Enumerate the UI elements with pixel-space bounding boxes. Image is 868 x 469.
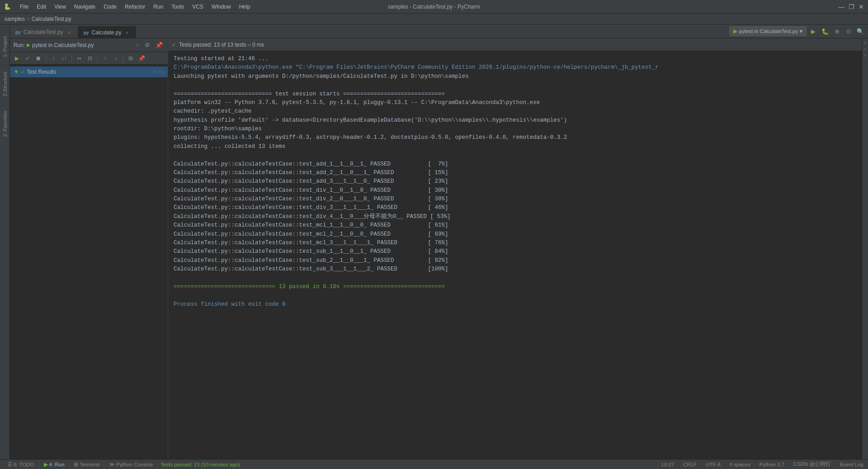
output-line: CalculateTest.py::calculateTestCase::tes…: [174, 230, 856, 239]
tab-close-1[interactable]: ✕: [66, 29, 72, 35]
output-line: hypothesis profile 'default' -> database…: [174, 116, 856, 125]
breadcrumb: samples > CalculateTest.py: [0, 14, 868, 24]
py-icon-1: py: [15, 30, 21, 35]
menu-refactor[interactable]: Refactor: [121, 3, 149, 11]
terminal-icon: ⊞: [74, 461, 78, 468]
bottom-tab-todo[interactable]: ☰ 6: TODO: [3, 460, 39, 469]
output-line: CalculateTest.py::calculateTestCase::tes…: [174, 204, 856, 212]
todo-icon: ☰: [7, 461, 12, 468]
run-check-button[interactable]: ✓: [23, 53, 33, 63]
bottom-tab-python-console[interactable]: ≫ Python Console: [104, 460, 158, 469]
menu-help[interactable]: Help: [236, 3, 254, 11]
output-line: [174, 81, 856, 90]
right-btn-1[interactable]: ⚙: [863, 40, 868, 46]
close-button[interactable]: ✕: [858, 4, 864, 10]
vtab-favorites[interactable]: 2: Favorites: [1, 108, 9, 139]
sort-tests-button[interactable]: ↕: [48, 53, 58, 63]
bottom-encoding[interactable]: UTF-8: [704, 462, 722, 467]
minimize-button[interactable]: —: [838, 4, 844, 10]
bottom-python-version[interactable]: Python 3.7: [758, 462, 786, 467]
menu-run[interactable]: Run: [150, 3, 167, 11]
output-line: CalculateTest.py::calculateTestCase::tes…: [174, 265, 856, 274]
profile-button[interactable]: ⊙: [844, 26, 854, 36]
output-line: C:\ProgramData\Anaconda3\python.exe "C:\…: [174, 63, 856, 72]
next-failed-button[interactable]: ↓: [111, 53, 121, 63]
test-results-label: Test Results: [27, 69, 56, 75]
prev-failed-button[interactable]: ↑: [100, 53, 110, 63]
rerun-button[interactable]: ▶: [12, 53, 22, 63]
coverage-button[interactable]: ⊕: [832, 26, 842, 36]
vtab-structure[interactable]: Z-Structure: [1, 69, 9, 99]
tab-close-2[interactable]: ✕: [124, 29, 130, 36]
tab-calculate-test[interactable]: py CalculateTest.py ✕: [10, 26, 78, 38]
output-line: CalculateTest.py::calculateTestCase::tes…: [174, 195, 856, 204]
bottom-crlf[interactable]: CRLF: [681, 462, 698, 467]
bottom-tab-run[interactable]: ▶ 4: Run: [39, 460, 70, 469]
menu-tools[interactable]: Tools: [168, 3, 188, 11]
run-settings-button[interactable]: ⚙: [142, 40, 152, 50]
bottom-time[interactable]: 10:27: [659, 462, 676, 467]
breadcrumb-sep1: >: [27, 16, 30, 22]
output-content[interactable]: Testing started at 21:46 ...C:\ProgramDa…: [168, 51, 862, 459]
output-line: Testing started at 21:46 ...: [174, 55, 856, 63]
window-title: samples - CalculateTest.py - PyCharm: [388, 4, 480, 10]
run-close-button[interactable]: ✕: [134, 42, 141, 48]
output-status-text: Tests passed: 13 of 13 tests – 0 ms: [179, 42, 264, 48]
divider-4: [123, 54, 123, 62]
search-everywhere-button[interactable]: 🔍: [855, 26, 865, 36]
output-line: [174, 291, 856, 300]
output-line: plugins: hypothesis-5.5.4, arraydiff-0.3…: [174, 133, 856, 142]
collapse-all-button[interactable]: ⊟: [85, 53, 95, 63]
tab-calculate[interactable]: py Calculate.py ✕: [78, 26, 137, 38]
output-line: ============================== 13 passed…: [174, 283, 856, 291]
run-tool-buttons: ▶ ✓ ⏹ ↕ ↓↑ ⇔ ⊟ ↑ ↓ ⊞ 📌: [10, 52, 168, 65]
breadcrumb-samples[interactable]: samples: [5, 16, 25, 22]
test-results-check: ✓: [21, 69, 25, 75]
expand-all-button[interactable]: ⇔: [74, 53, 84, 63]
output-line: CalculateTest.py::calculateTestCase::tes…: [174, 177, 856, 186]
filter-button[interactable]: ⊞: [126, 53, 136, 63]
run-button[interactable]: ▶: [808, 26, 818, 36]
bottom-spaces[interactable]: 4 spaces: [728, 462, 752, 467]
window-controls: — ❐ ✕: [838, 4, 864, 10]
run-label-bottom: 4: Run: [49, 462, 65, 467]
menu-navigate[interactable]: Navigate: [71, 3, 99, 11]
stop-button[interactable]: ⏹: [33, 53, 43, 63]
bottom-event-log[interactable]: Event Log: [838, 462, 865, 467]
run-config-name[interactable]: pytest in CalculateTest.py: [32, 42, 94, 48]
maximize-button[interactable]: ❐: [848, 4, 854, 10]
sort-alpha-button[interactable]: ↓↑: [59, 53, 69, 63]
menu-code[interactable]: Code: [100, 3, 120, 11]
bottom-csdn[interactable]: CSDN @公明灯: [792, 461, 833, 468]
run-config-button[interactable]: ▶ pytest in CalculateTest.py ▾: [729, 26, 807, 36]
test-tool-panel: Run: ▶ pytest in CalculateTest.py ✕ ⚙ 📌 …: [10, 38, 168, 459]
output-line: Launching pytest with arguments D:/pytho…: [174, 72, 856, 81]
python-console-label: Python Console: [116, 462, 153, 467]
debug-button[interactable]: 🐛: [820, 26, 830, 36]
menu-file[interactable]: File: [16, 3, 32, 11]
python-console-icon: ≫: [109, 461, 115, 468]
vtab-project[interactable]: 1: Project: [1, 33, 9, 60]
output-line: CalculateTest.py::calculateTestCase::tes…: [174, 213, 856, 221]
right-btn-3[interactable]: ✕: [863, 53, 868, 58]
divider-3: [97, 54, 98, 62]
output-green-check: ✓: [172, 42, 176, 48]
output-line: CalculateTest.py::calculateTestCase::tes…: [174, 256, 856, 265]
menu-window[interactable]: Window: [208, 3, 235, 11]
test-results-item[interactable]: ▼ ✓ Test Results 0 ms: [10, 66, 168, 77]
output-line: collecting ... collected 13 items: [174, 142, 856, 151]
pin-button[interactable]: 📌: [137, 53, 146, 63]
menu-vcs[interactable]: VCS: [189, 3, 207, 11]
menu-view[interactable]: View: [51, 3, 70, 11]
right-btn-2[interactable]: ≡: [863, 47, 868, 52]
bottom-status-text: Tests passed: 13 (10 minutes ago): [160, 462, 240, 467]
run-icon: ▶: [27, 42, 30, 48]
bottom-tab-terminal[interactable]: ⊞ Terminal: [69, 460, 104, 469]
content-wrapper: 1: Project Z-Structure 2: Favorites py C…: [0, 24, 868, 459]
breadcrumb-file[interactable]: CalculateTest.py: [32, 16, 71, 22]
right-sidebar: ⚙ ≡ ✕: [862, 38, 868, 459]
app-icon: 🐍: [4, 3, 11, 10]
run-pin-button[interactable]: 📌: [154, 40, 164, 50]
menu-edit[interactable]: Edit: [33, 3, 50, 11]
output-line: CalculateTest.py::calculateTestCase::tes…: [174, 169, 856, 177]
